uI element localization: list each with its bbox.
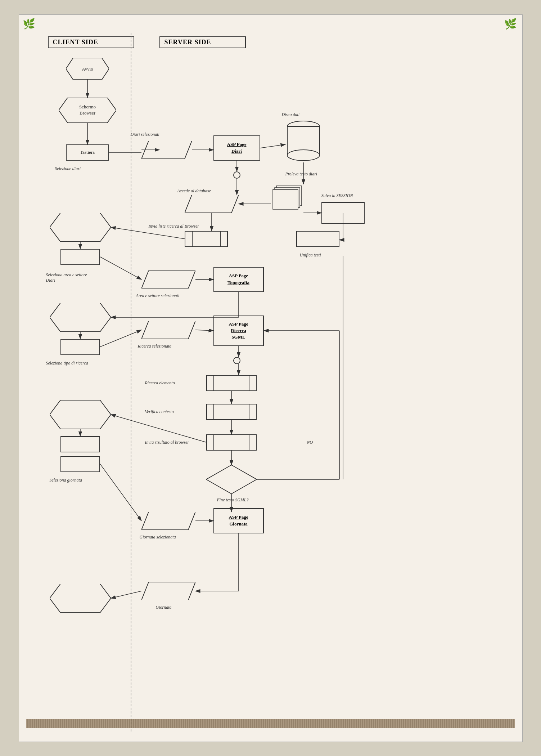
- accede-para: [185, 195, 239, 213]
- giornata-sel-para: [141, 512, 195, 530]
- page: 🌿 🌿 CLIENT SIDE SERVER SIDE Avvio: [19, 14, 523, 742]
- asp-giornata-title1: ASP Page: [229, 514, 248, 520]
- tastiera-label: Tastiera: [80, 149, 95, 156]
- svg-line-59: [100, 464, 141, 521]
- svg-marker-10: [50, 584, 111, 613]
- diari-selezionati-label: Diari selezionati: [131, 132, 159, 137]
- diari-selezionati-text: Diari selezionati: [131, 132, 159, 137]
- area-settore-para: [141, 270, 195, 288]
- client-rect-1: [60, 249, 100, 265]
- server-side-text: SERVER SIDE: [164, 39, 211, 46]
- fine-testo-label: Fine testo SGML?: [217, 497, 249, 503]
- svg-marker-7: [50, 213, 111, 242]
- giornata-selezionata-text: Giornata selezionata: [140, 534, 176, 540]
- invia-liste-rect: [185, 231, 228, 247]
- asp-ricerca-title2: Ricerca: [231, 328, 246, 333]
- salva-session-box: [321, 202, 365, 224]
- arrows-overlay: [26, 22, 515, 728]
- diari-selezionati-para: [141, 141, 192, 159]
- preleva-testo-text: Preleva testo diari: [285, 171, 317, 176]
- bottom-bar: [26, 719, 515, 728]
- selezione-diari-text: Selezione diari: [55, 166, 81, 171]
- decision-1-shape: [50, 213, 111, 242]
- connector-circle-2: [233, 357, 240, 364]
- verifica-contesto-rect: [206, 404, 257, 420]
- seleziona-ricerca-text: Seleziona tipo di ricerca: [46, 361, 88, 366]
- asp-topo-title1: ASP Page: [229, 273, 248, 278]
- preleva-testo-label: Preleva testo diari: [285, 171, 317, 177]
- asp-diari-title: ASP Page: [227, 142, 247, 147]
- asp-ricerca-title3: SGML: [231, 334, 245, 340]
- asp-topografia-box: ASP Page Topografia: [213, 267, 264, 292]
- svg-marker-20: [141, 321, 195, 339]
- client-server-divider: [131, 33, 131, 732]
- ricerca-selezionata-label: Ricerca selezionata: [138, 344, 172, 349]
- unifica-testi-text: Unifica testi: [300, 252, 321, 258]
- verifica-contesto-label: Verifica contesto: [145, 409, 174, 415]
- no-text: NO: [307, 440, 313, 445]
- invia-risultato-label: Invia risultato al browser: [145, 440, 189, 445]
- svg-marker-23: [141, 582, 195, 600]
- disco-dati-text: Disco dati: [282, 112, 300, 117]
- fine-testo-diamond: [206, 465, 257, 494]
- client-side-text: CLIENT SIDE: [53, 39, 98, 46]
- ricerca-sel-para: [141, 321, 195, 339]
- asp-ricerca-box: ASP Page Ricerca SGML: [213, 316, 264, 346]
- svg-line-52: [111, 415, 206, 442]
- svg-line-47: [195, 330, 213, 331]
- svg-text:Avvio: Avvio: [82, 66, 93, 72]
- fine-testo-text: Fine testo SGML?: [217, 497, 249, 502]
- svg-marker-8: [50, 303, 111, 332]
- server-side-label: SERVER SIDE: [159, 36, 246, 48]
- disco-dati-label: Disco dati: [282, 112, 300, 117]
- schermo-browser-shape: Schermo Browser: [59, 98, 116, 123]
- asp-ricerca-title1: ASP Page: [229, 321, 248, 327]
- seleziona-ricerca-label: Seleziona tipo di ricerca: [46, 361, 88, 366]
- svg-line-46: [100, 330, 141, 347]
- unifica-testi-label: Unifica testi: [300, 252, 321, 258]
- invia-liste-label: Invia liste ricerca al Browser: [149, 224, 199, 229]
- salva-session-label: Salva in SESSION: [321, 193, 353, 198]
- ricerca-elemento-rect: [206, 375, 257, 391]
- area-settore-label: Area e settore selezionati: [136, 293, 180, 299]
- svg-marker-9: [50, 400, 111, 429]
- giornata-final-label: Giornata: [156, 605, 172, 610]
- client-rect-2: [60, 339, 100, 355]
- accede-database-text: Accede al database: [177, 188, 211, 193]
- disco-dati-cylinder: [285, 119, 321, 162]
- client-rect-3a: [60, 436, 100, 452]
- invia-liste-text: Invia liste ricerca al Browser: [149, 224, 199, 229]
- ricerca-selezionata-text: Ricerca selezionata: [138, 344, 172, 349]
- seleziona-giornata-text: Seleziona giornata: [50, 478, 82, 483]
- invia-risultato-text: Invia risultato al browser: [145, 440, 189, 445]
- asp-giornata-title2: Giornata: [229, 521, 248, 527]
- ricerca-elemento-text: Ricerca elemento: [145, 380, 175, 385]
- decision-3-shape: [50, 400, 111, 429]
- connector-circle-1: [233, 171, 240, 179]
- asp-topo-title2: Topografia: [227, 280, 249, 285]
- seleziona-area-label: Seleziona area e settoreDiari: [46, 272, 111, 283]
- svg-marker-21: [206, 465, 257, 494]
- seleziona-giornata-label: Seleziona giornata: [50, 478, 82, 483]
- invia-risultato-rect: [206, 434, 257, 451]
- salva-session-text: Salva in SESSION: [321, 193, 353, 198]
- svg-point-14: [287, 150, 320, 161]
- svg-line-63: [111, 591, 141, 598]
- avvio-shape: Avvio: [66, 58, 109, 80]
- area-settore-text: Area e settore selezionati: [136, 293, 180, 298]
- client-side-label: CLIENT SIDE: [48, 36, 134, 48]
- giornata-selezionata-label: Giornata selezionata: [140, 534, 176, 540]
- unifica-testi-box: [296, 231, 339, 247]
- document-stack: [271, 184, 307, 214]
- selezione-diari-label: Selezione diari: [55, 166, 81, 171]
- client-rect-3b: [60, 456, 100, 472]
- svg-marker-11: [141, 141, 192, 159]
- tastiera-shape: Tastiera: [66, 144, 109, 161]
- giornata-final-text: Giornata: [156, 605, 172, 610]
- decision-2-shape: [50, 303, 111, 332]
- no-label: NO: [307, 440, 313, 445]
- giornata-final-para: [141, 582, 195, 600]
- svg-text:Browser: Browser: [79, 110, 95, 116]
- final-hex-shape: [50, 584, 111, 613]
- asp-giornata-box: ASP Page Giornata: [213, 508, 264, 533]
